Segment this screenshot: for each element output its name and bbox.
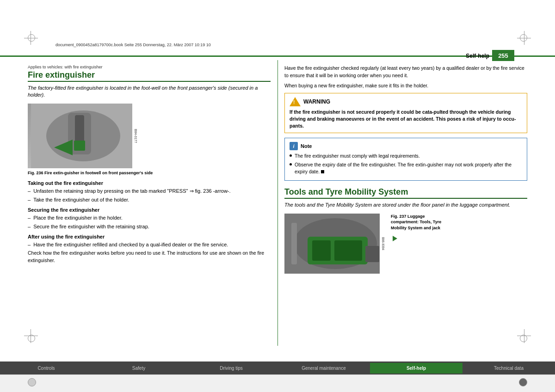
crosshair-tl-v [31, 31, 31, 45]
main-content: Applies to vehicles: with fire extinguis… [28, 60, 527, 346]
page-number-box: 255 [492, 50, 514, 61]
subsection-taking-out: Taking out the fire extinguisher [28, 180, 271, 186]
end-square [321, 170, 324, 173]
note-bullet-1: The fire extinguisher must comply with l… [290, 153, 522, 159]
document-path: document_0900452a8179700c.book Seite 255… [56, 43, 211, 47]
document-meta: document_0900452a8179700c.book Seite 255… [56, 43, 211, 47]
bottom-strip [0, 374, 555, 392]
svg-rect-4 [74, 141, 85, 151]
note-header: i Note [290, 142, 522, 150]
note-bullet-2: Observe the expiry date of the fire exti… [290, 161, 522, 175]
fig-236-svg [31, 104, 136, 168]
subsection-securing: Securing the fire extinguisher [28, 207, 271, 213]
fig-237-image: B86-9394 [284, 214, 386, 274]
fig-237-caption-area: Fig. 237 Luggage compartment: Tools, Tyr… [391, 214, 446, 242]
section-title-fire: Fire extinguisher [28, 70, 271, 82]
page-number: 255 [498, 52, 508, 59]
next-arrow-icon [393, 236, 397, 241]
nav-item-driving[interactable]: Driving tips [185, 363, 278, 374]
nav-item-technical[interactable]: Technical data [462, 363, 555, 374]
fig-237-code: B86-9394 [380, 214, 386, 274]
fig-236-image: B84-0177 [28, 104, 139, 168]
right-column: Have the fire extinguisher checked regul… [284, 60, 527, 346]
bullet-taking-1: – Unfasten the retaining strap by pressi… [28, 188, 271, 195]
warning-box: WARNING If the fire extinguisher is not … [284, 93, 527, 133]
bullet-securing-2: – Secure the fire extinguisher with the … [28, 223, 271, 230]
section-subtitle: The factory-fitted fire extinguisher is … [28, 85, 271, 99]
note-icon: i [290, 142, 298, 150]
note-bullet-2-text: Observe the expiry date of the fire exti… [295, 161, 522, 175]
warning-header: WARNING [290, 97, 522, 106]
bottom-nav: Controls Safety Driving tips General mai… [0, 361, 555, 374]
nav-item-maintenance[interactable]: General maintenance [278, 363, 370, 374]
note-dot-2 [290, 163, 292, 165]
tools-section-title: Tools and Tyre Mobility System [284, 187, 527, 199]
note-label: Note [301, 143, 312, 149]
bullet-taking-2: – Take the fire extinguisher out of the … [28, 196, 271, 203]
svg-rect-12 [365, 246, 379, 262]
crosshair-bl-v [31, 329, 31, 343]
body-text-check: Check how the fire extinguisher works be… [28, 250, 271, 264]
crosshair-tr-v [524, 31, 524, 45]
warning-text: If the fire extinguisher is not secured … [290, 109, 522, 129]
crosshair-bl-h [24, 336, 38, 336]
svg-rect-10 [312, 240, 331, 261]
subsection-after: After using the fire extinguisher [28, 234, 271, 239]
nav-item-safety[interactable]: Safety [92, 363, 185, 374]
warning-label: WARNING [303, 98, 330, 105]
section-label: Self-help [466, 53, 489, 59]
svg-rect-11 [334, 240, 362, 261]
fig-237-caption-text: Fig. 237 Luggage compartment: Tools, Tyr… [391, 214, 441, 230]
bullet-after-1: – Have the fire extinguisher refilled an… [28, 241, 271, 248]
crosshair-tl-h [24, 38, 38, 38]
applies-label: Applies to vehicles: with fire extinguis… [28, 65, 271, 69]
fig-236-code: B84-0177 [132, 104, 139, 168]
bottom-circle-right [519, 378, 527, 386]
bottom-circle-left [28, 378, 36, 386]
nav-item-selfhelp[interactable]: Self-help [370, 363, 462, 374]
left-column: Applies to vehicles: with fire extinguis… [28, 60, 271, 346]
fig-236-caption-text: Fig. 236 Fire extin-guisher in footwell … [28, 171, 153, 175]
bullet-securing-1: – Place the fire extinguisher in the hol… [28, 214, 271, 221]
intro-text: Have the fire extinguisher checked regul… [284, 65, 527, 80]
fig-237-svg [284, 214, 386, 274]
note-box: i Note The fire extinguisher must comply… [284, 138, 527, 181]
crosshair-br-v [524, 329, 524, 343]
note-dot-1 [290, 154, 292, 157]
warning-icon [290, 97, 301, 106]
svg-rect-8 [291, 223, 297, 264]
second-text: When buying a new fire extinguisher, mak… [284, 82, 527, 90]
fig-237-container: B86-9394 Fig. 237 Luggage compartment: T… [284, 214, 527, 276]
fig-236-caption: Fig. 236 Fire extin-guisher in footwell … [28, 170, 271, 176]
fig-237-caption: Fig. 237 Luggage compartment: Tools, Tyr… [391, 214, 446, 231]
fig-236-inner [28, 104, 139, 168]
nav-item-controls[interactable]: Controls [0, 363, 92, 374]
tools-subtitle: The tools and the Tyre Mobility System a… [284, 202, 527, 208]
